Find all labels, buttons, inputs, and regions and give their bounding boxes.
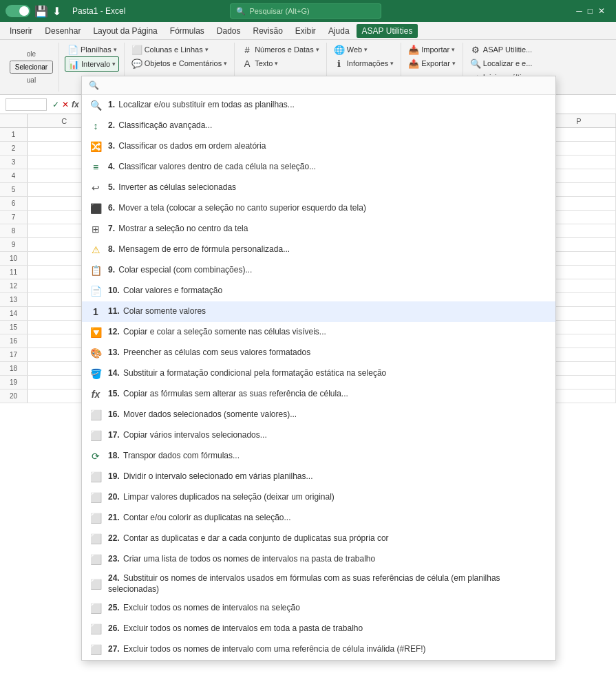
dropdown-item-icon: ⬜ <box>89 622 103 636</box>
dropdown-item[interactable]: 🔽12. Copiar e colar a seleção somente na… <box>82 322 555 343</box>
dropdown-item-icon: 🪣 <box>89 367 103 381</box>
dropdown-item[interactable]: 🎨13. Preencher as células com seus valor… <box>82 343 555 363</box>
row-num-header <box>0 114 28 127</box>
minimize-icon[interactable]: ─ <box>576 6 582 16</box>
dropdown-item[interactable]: ⬜19. Dividir o intervalo selecionado em … <box>82 467 555 487</box>
name-box[interactable] <box>6 98 47 111</box>
dropdown-item[interactable]: 📋9. Colar especial (com combinações)... <box>82 260 555 281</box>
dropdown-item-icon: ⟳ <box>89 449 103 463</box>
maximize-icon[interactable]: □ <box>588 6 593 16</box>
caret-icon: ▾ <box>364 46 368 53</box>
dropdown-item[interactable]: ⬜22. Contar as duplicatas e dar a cada c… <box>82 528 555 549</box>
menu-item-desenhar[interactable]: Desenhar <box>39 24 86 38</box>
caret-icon: ▾ <box>316 46 319 53</box>
dropdown-item[interactable]: ⟳18. Transpor dados com fórmulas... <box>82 446 555 467</box>
dropdown-item[interactable]: 111. Colar somente valores <box>82 301 555 322</box>
dropdown-item-text: 7. Mostrar a seleção no centro da tela <box>108 224 549 235</box>
row-number: 16 <box>0 334 28 348</box>
ribbon-icon-0: 🌐 <box>334 44 345 55</box>
toggle-switch[interactable] <box>6 5 30 17</box>
ribbon-icon-1: 📊 <box>68 58 79 70</box>
menu-item-inserir[interactable]: Inserir <box>4 24 38 38</box>
menu-item-exibir[interactable]: Exibir <box>290 24 321 38</box>
dropdown-item-icon: 🔽 <box>89 325 103 339</box>
dropdown-item[interactable]: ⬜20. Limpar valores duplicados na seleçã… <box>82 487 555 508</box>
ribbon-btn-label: Intervalo <box>81 60 110 68</box>
title-bar-left: 💾 ⬇ Pasta1 - Excel <box>6 5 230 18</box>
ribbon-btn-asap-utilitie...[interactable]: ⚙ASAP Utilitie... <box>467 43 535 56</box>
dropdown-item[interactable]: ≡4. Classificar valores dentro de cada c… <box>82 157 555 178</box>
dropdown-search-bar[interactable]: 🔍 <box>82 76 555 95</box>
caret-icon: ▾ <box>452 46 455 53</box>
dropdown-item[interactable]: fx15. Copiar as fórmulas sem alterar as … <box>82 384 555 405</box>
row-number: 6 <box>0 197 28 210</box>
dropdown-item-icon: ⬜ <box>89 429 103 442</box>
dropdown-item[interactable]: ⬜25. Excluir todos os nomes de intervalo… <box>82 598 555 619</box>
menu-item-revisão[interactable]: Revisão <box>248 24 288 38</box>
row-number: 9 <box>0 238 28 251</box>
dropdown-item[interactable]: ⬜17. Copiar vários intervalos selecionad… <box>82 425 555 446</box>
row-number: 3 <box>0 156 28 169</box>
menu-item-asap-utilities[interactable]: ASAP Utilities <box>357 24 418 38</box>
ribbon-btn-intervalo[interactable]: 📊Intervalo▾ <box>65 56 119 72</box>
ribbon-btn-colunas-e-linhas[interactable]: ⬜Colunas e Linhas▾ <box>129 43 211 56</box>
dropdown-item[interactable]: ⬜23. Criar uma lista de todos os nomes d… <box>82 549 555 570</box>
caret-icon: ▾ <box>452 60 456 67</box>
caret-icon: ▾ <box>224 60 227 67</box>
menu-item-layout-da-página[interactable]: Layout da Página <box>87 24 162 38</box>
selecionar-button[interactable]: Selecionar <box>10 61 53 74</box>
dropdown-item-icon: ↩ <box>89 181 103 195</box>
dropdown-item[interactable]: ⊞7. Mostrar a seleção no centro da tela <box>82 219 555 239</box>
ribbon-btn-números-e-datas[interactable]: #Números e Datas▾ <box>239 43 322 56</box>
dropdown-item[interactable]: ⬜16. Mover dados selecionados (somente v… <box>82 405 555 425</box>
cancel-formula-icon[interactable]: ✕ <box>62 100 69 109</box>
dropdown-item[interactable]: ⬜24. Substituir os nomes de intervalos u… <box>82 570 555 598</box>
row-number: 15 <box>0 321 28 334</box>
dropdown-item[interactable]: 📄10. Colar valores e formatação <box>82 281 555 301</box>
ribbon-btn-label: Números e Datas <box>255 45 314 54</box>
dropdown-item[interactable]: ⬜21. Contar e/ou colorir as duplicatas n… <box>82 508 555 528</box>
menu-item-ajuda[interactable]: Ajuda <box>323 24 355 38</box>
ribbon-btn-informações[interactable]: ℹInformações▾ <box>331 56 397 70</box>
dropdown-item[interactable]: 🔀3. Classificar os dados em ordem aleató… <box>82 136 555 157</box>
ribbon-btn-label: Exportar <box>421 59 450 67</box>
dropdown-item-icon: ⚠ <box>89 243 103 257</box>
ribbon-btn-label: Objetos e Comentários <box>145 59 222 67</box>
checkmark-icon[interactable]: ✓ <box>52 100 59 109</box>
dropdown-item[interactable]: ↕2. Classificação avançada... <box>82 116 555 136</box>
menu-item-fórmulas[interactable]: Fórmulas <box>164 24 210 38</box>
dropdown-item[interactable]: ⬜27. Excluir todos os nomes de intervalo… <box>82 639 555 660</box>
search-placeholder: Pesquisar (Alt+G) <box>250 7 310 15</box>
dropdown-item-icon: ⬜ <box>89 643 103 656</box>
menu-item-dados[interactable]: Dados <box>211 24 246 38</box>
ribbon-btn-importar[interactable]: 📥Importar▾ <box>405 43 458 56</box>
ribbon-icon-1: 🔍 <box>470 58 481 69</box>
row-number: 10 <box>0 252 28 265</box>
ribbon-btn-localizar-e-e...[interactable]: 🔍Localizar e e... <box>467 56 535 70</box>
dropdown-item-text: 1. Localizar e/ou substituir em todas as… <box>108 100 549 111</box>
dropdown-search-input[interactable] <box>103 81 549 90</box>
dropdown-item[interactable]: 🪣14. Substituir a formatação condicional… <box>82 363 555 384</box>
dropdown-item[interactable]: ⬛6. Mover a tela (colocar a seleção no c… <box>82 198 555 219</box>
dropdown-item[interactable]: 🔍1. Localizar e/ou substituir em todas a… <box>82 95 555 116</box>
row-number: 11 <box>0 266 28 279</box>
fx-icon[interactable]: fx <box>72 100 79 109</box>
formula-icons: ✓ ✕ fx <box>52 100 79 109</box>
ribbon-btn-texto[interactable]: ATexto▾ <box>239 56 281 70</box>
ribbon-btn-label: Importar <box>421 45 449 54</box>
ribbon-icon-0: # <box>242 44 253 55</box>
dropdown-item-icon: 📋 <box>89 264 103 277</box>
ribbon-btn-exportar[interactable]: 📤Exportar▾ <box>405 56 458 70</box>
ribbon-btn-planilhas[interactable]: 📄Planilhas▾ <box>65 43 120 56</box>
close-icon[interactable]: ✕ <box>598 6 605 16</box>
ribbon-icon-1: 📤 <box>408 58 419 69</box>
dropdown-item[interactable]: ↩5. Inverter as células selecionadas <box>82 178 555 198</box>
row-number: 18 <box>0 362 28 375</box>
ribbon-btn-web[interactable]: 🌐Web▾ <box>331 43 370 56</box>
dropdown-item[interactable]: ⬜26. Excluir todos os nomes de intervalo… <box>82 619 555 639</box>
title-search-box[interactable]: 🔍 Pesquisar (Alt+G) <box>230 3 381 19</box>
ribbon-btn-objetos-e-comentários[interactable]: 💬Objetos e Comentários▾ <box>129 56 231 70</box>
dropdown-item-icon: ⊞ <box>89 222 103 236</box>
dropdown-item-icon: ≡ <box>89 160 103 174</box>
dropdown-item[interactable]: ⚠8. Mensagem de erro de fórmula personal… <box>82 239 555 260</box>
